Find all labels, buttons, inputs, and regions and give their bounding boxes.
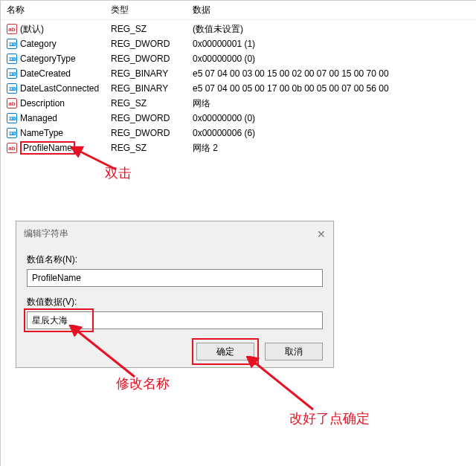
edit-string-dialog: 编辑字符串 ✕ 数值名称(N): 数值数据(V): 确定 取消	[16, 221, 334, 368]
reg-binary-icon: 110	[7, 113, 17, 123]
value-data-label: 数值数据(V):	[27, 296, 323, 308]
value-name: CategoryType	[20, 54, 76, 64]
header-type[interactable]: 类型	[111, 4, 193, 16]
annotation-rename: 修改名称	[116, 375, 170, 392]
reg-binary-icon: 110	[7, 39, 17, 49]
value-type: REG_DWORD	[111, 128, 193, 138]
registry-value-row[interactable]: 110ManagedREG_DWORD0x00000000 (0)	[1, 111, 476, 126]
registry-value-row[interactable]: 110DateCreatedREG_BINARYe5 07 04 00 03 0…	[1, 66, 476, 81]
registry-value-row[interactable]: 110CategoryREG_DWORD0x00000001 (1)	[1, 36, 476, 51]
value-data: e5 07 04 00 03 00 15 00 02 00 07 00 15 0…	[193, 68, 476, 79]
value-data: 0x00000000 (0)	[193, 113, 476, 123]
reg-binary-icon: 110	[7, 68, 17, 79]
registry-value-row[interactable]: ab(默认)REG_SZ(数值未设置)	[1, 22, 476, 36]
registry-value-list: ab(默认)REG_SZ(数值未设置)110CategoryREG_DWORD0…	[1, 20, 476, 155]
value-name-label: 数值名称(N):	[27, 253, 323, 266]
value-type: REG_SZ	[111, 98, 193, 109]
value-data: 0x00000000 (0)	[193, 54, 476, 64]
reg-binary-icon: 110	[7, 83, 17, 94]
svg-line-3	[75, 329, 135, 377]
registry-value-row[interactable]: abDescriptionREG_SZ网络	[1, 96, 476, 111]
header-name[interactable]: 名称	[7, 4, 111, 16]
value-name: DateLastConnected	[20, 83, 99, 94]
value-type: REG_DWORD	[111, 54, 193, 64]
registry-value-row[interactable]: 110CategoryTypeREG_DWORD0x00000000 (0)	[1, 51, 476, 66]
value-data: e5 07 04 00 05 00 17 00 0b 00 05 00 07 0…	[193, 83, 476, 94]
reg-binary-icon: 110	[7, 128, 17, 138]
reg-sz-icon: ab	[7, 143, 17, 153]
value-type: REG_BINARY	[111, 83, 193, 94]
svg-line-5	[252, 360, 313, 410]
value-data: 网络 2	[193, 142, 476, 155]
value-name: DateCreated	[20, 68, 71, 79]
registry-value-row[interactable]: 110DateLastConnectedREG_BINARYe5 07 04 0…	[1, 81, 476, 96]
value-data: (数值未设置)	[193, 23, 476, 36]
reg-binary-icon: 110	[7, 54, 17, 64]
value-name: NameType	[20, 128, 63, 138]
annotation-confirm: 改好了点确定	[289, 410, 370, 427]
value-name: (默认)	[20, 23, 44, 36]
annotation-doubleclick: 双击	[105, 164, 132, 182]
value-type: REG_SZ	[111, 24, 193, 34]
value-type: REG_BINARY	[111, 68, 193, 79]
value-data: 0x00000001 (1)	[193, 39, 476, 49]
value-name: Managed	[20, 113, 57, 123]
value-name: ProfileName	[20, 141, 75, 155]
close-icon[interactable]: ✕	[317, 228, 326, 240]
list-header: 名称 类型 数据	[1, 1, 476, 20]
header-data[interactable]: 数据	[193, 4, 476, 16]
value-type: REG_DWORD	[111, 113, 193, 123]
value-data: 网络	[193, 97, 476, 110]
reg-sz-icon: ab	[7, 98, 17, 109]
value-name-input[interactable]	[27, 269, 323, 287]
dialog-title: 编辑字符串	[24, 227, 68, 240]
reg-sz-icon: ab	[7, 24, 17, 34]
value-name: Category	[20, 39, 57, 49]
arrow-to-ok	[246, 356, 335, 415]
value-name: Description	[20, 98, 65, 109]
value-type: REG_DWORD	[111, 39, 193, 49]
registry-value-row[interactable]: 110NameTypeREG_DWORD0x00000006 (6)	[1, 126, 476, 140]
value-data: 0x00000006 (6)	[193, 128, 476, 138]
